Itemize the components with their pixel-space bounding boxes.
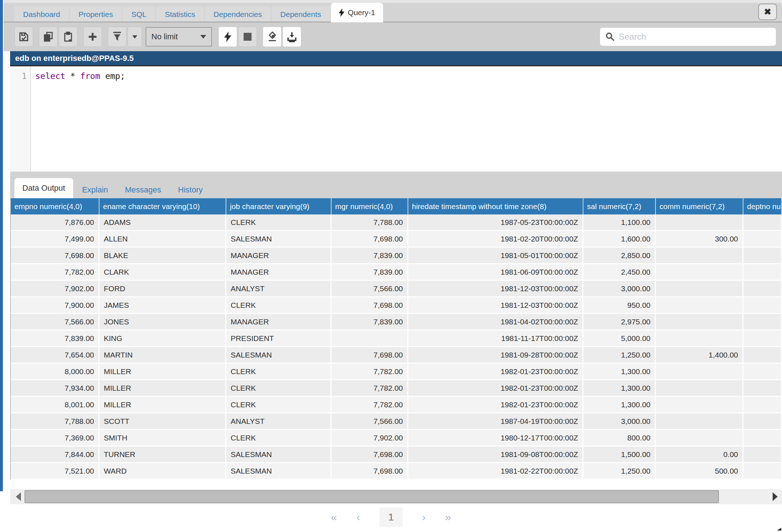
table-cell[interactable]: 1,250.00 [583,463,656,479]
table-cell[interactable]: 1982-01-23T00:00:00Z [408,364,583,379]
next-page-button[interactable]: › [422,508,426,527]
horizontal-scrollbar[interactable] [10,489,782,504]
column-header[interactable]: ename character varying(10) [99,198,226,214]
table-cell[interactable]: 7,782.00 [332,397,408,412]
table-cell[interactable] [743,397,782,412]
table-row[interactable]: 7,782.00CLARKMANAGER7,839.001981-06-09T0… [11,264,782,281]
table-cell[interactable] [743,281,782,296]
tab-history[interactable]: History [170,182,210,198]
table-cell[interactable]: WARD [99,463,226,479]
column-header[interactable]: comm numeric(7,2) [656,198,743,214]
table-cell[interactable]: 7,499.00 [11,231,99,247]
table-cell[interactable]: 1,250.00 [583,347,656,363]
table-cell[interactable]: 1,300.00 [583,380,656,396]
table-row[interactable]: 7,654.00MARTINSALESMAN7,698.001981-09-28… [11,347,782,364]
scrollbar-thumb[interactable] [25,490,719,503]
tab-messages[interactable]: Messages [117,182,169,198]
table-cell[interactable] [743,331,782,346]
table-row[interactable]: 7,566.00JONESMANAGER7,839.001981-04-02T0… [11,314,782,331]
table-cell[interactable] [743,430,782,445]
table-cell[interactable] [743,364,782,379]
table-cell[interactable] [656,214,743,230]
table-cell[interactable]: ALLEN [99,231,226,247]
table-cell[interactable] [743,380,782,396]
table-cell[interactable]: 500.00 [656,463,743,479]
tab-properties[interactable]: Properties [70,6,122,22]
table-cell[interactable]: PRESIDENT [226,331,332,346]
table-cell[interactable]: SALESMAN [226,447,332,462]
table-cell[interactable]: ANALYST [226,413,332,429]
table-cell[interactable]: CLERK [226,380,332,396]
table-cell[interactable]: 1982-01-23T00:00:00Z [408,380,583,396]
table-cell[interactable] [656,281,743,296]
table-cell[interactable]: 1980-12-17T00:00:00Z [408,430,583,445]
table-cell[interactable]: 0.00 [656,447,743,462]
column-header[interactable]: sal numeric(7,2) [583,198,656,214]
tab-statistics[interactable]: Statistics [156,6,204,22]
table-cell[interactable]: FORD [99,281,226,296]
table-cell[interactable]: 1981-05-01T00:00:00Z [408,248,583,263]
table-cell[interactable] [743,447,782,462]
table-cell[interactable]: 1,100.00 [583,214,656,230]
download-button[interactable] [283,27,301,47]
column-header[interactable]: empno numeric(4,0) [11,198,99,214]
table-cell[interactable]: 7,369.00 [11,430,99,445]
tab-dependents[interactable]: Dependents [272,6,330,22]
table-row[interactable]: 7,844.00TURNERSALESMAN7,698.001981-09-08… [11,447,782,463]
table-cell[interactable]: 300.00 [656,231,743,247]
sql-code-area[interactable]: select * from emp; [31,66,782,172]
table-cell[interactable]: MARTIN [99,347,226,363]
close-window-button[interactable]: ✖ [758,4,777,20]
table-cell[interactable] [656,413,743,429]
column-header[interactable]: mgr numeric(4,0) [332,198,408,214]
table-cell[interactable]: 7,654.00 [11,347,99,363]
table-cell[interactable]: 2,450.00 [583,264,656,280]
table-cell[interactable]: MILLER [99,397,226,412]
tab-dependencies[interactable]: Dependencies [205,6,271,22]
table-cell[interactable]: 7,788.00 [11,413,99,429]
table-cell[interactable] [743,248,782,263]
table-cell[interactable]: 1,600.00 [583,231,656,247]
table-cell[interactable]: 7,782.00 [332,364,408,379]
table-cell[interactable] [656,314,743,329]
table-cell[interactable] [743,413,782,429]
table-cell[interactable] [656,430,743,445]
table-row[interactable]: 7,369.00SMITHCLERK7,902.001980-12-17T00:… [11,430,782,447]
row-limit-select[interactable]: No limit [146,27,212,46]
table-cell[interactable]: CLARK [99,264,226,280]
copy-button[interactable] [39,27,58,47]
search-input[interactable] [619,32,771,42]
table-cell[interactable]: 1981-12-03T00:00:00Z [408,281,583,296]
table-cell[interactable]: 3,000.00 [583,281,656,296]
table-cell[interactable]: 5,000.00 [583,331,656,346]
table-cell[interactable]: 7,698.00 [332,463,408,479]
tab-data-output[interactable]: Data Output [14,178,73,198]
table-cell[interactable]: SALESMAN [226,231,332,247]
tab-sql[interactable]: SQL [123,6,155,22]
table-cell[interactable]: SALESMAN [226,347,332,363]
table-cell[interactable]: 7,844.00 [11,447,99,462]
tab-explain[interactable]: Explain [74,182,116,198]
table-cell[interactable]: 7,902.00 [11,281,99,296]
scroll-left-button[interactable] [16,492,21,501]
table-cell[interactable] [743,297,782,313]
table-cell[interactable] [656,248,743,263]
table-cell[interactable]: SALESMAN [226,463,332,479]
table-cell[interactable] [656,331,743,346]
table-cell[interactable] [743,264,782,280]
table-row[interactable]: 7,788.00SCOTTANALYST7,566.001987-04-19T0… [11,413,782,430]
table-cell[interactable]: JONES [99,314,226,329]
table-cell[interactable]: MILLER [99,380,226,396]
table-cell[interactable]: 7,876.00 [11,214,99,230]
table-cell[interactable]: 800.00 [583,430,656,445]
table-cell[interactable] [656,364,743,379]
table-cell[interactable]: 7,566.00 [11,314,99,329]
first-page-button[interactable]: « [331,508,337,527]
table-row[interactable]: 7,900.00JAMESCLERK7,698.001981-12-03T00:… [11,297,782,314]
column-header[interactable]: job character varying(9) [226,198,332,214]
table-row[interactable]: 8,000.00MILLERCLERK7,782.001982-01-23T00… [11,364,782,380]
table-cell[interactable]: 7,782.00 [11,264,99,280]
table-cell[interactable]: BLAKE [99,248,226,263]
clear-button[interactable] [263,27,281,47]
filter-button[interactable] [108,27,126,47]
